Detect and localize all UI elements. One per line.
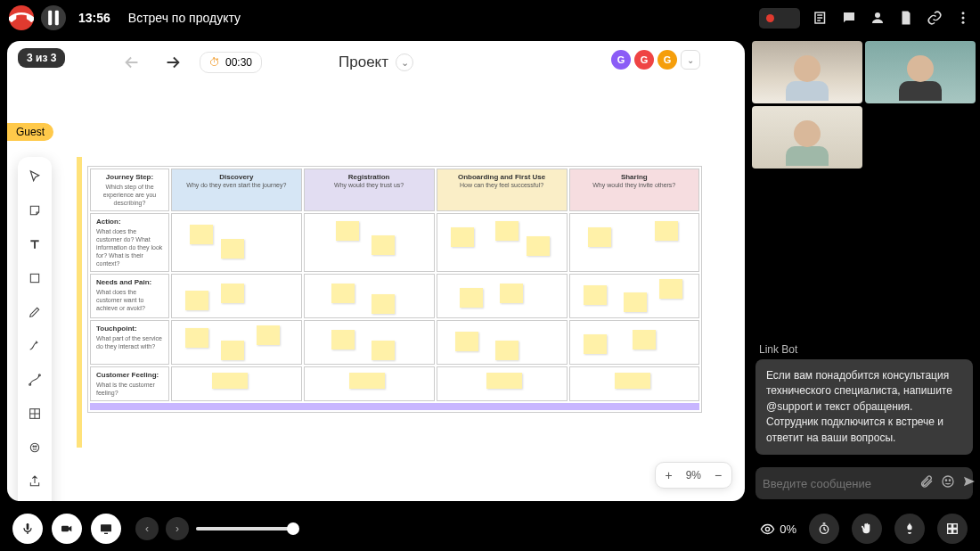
guest-tag: Guest bbox=[7, 123, 53, 141]
zoom-control: + 9% − bbox=[655, 462, 732, 489]
svg-point-10 bbox=[30, 443, 38, 451]
chat-composer bbox=[755, 467, 973, 499]
link-icon[interactable] bbox=[927, 10, 943, 26]
video-tile[interactable] bbox=[752, 41, 862, 103]
svg-point-12 bbox=[36, 446, 37, 447]
zoom-slider[interactable] bbox=[196, 527, 294, 530]
svg-point-7 bbox=[29, 383, 31, 385]
svg-rect-22 bbox=[948, 524, 952, 529]
timer-chip[interactable]: ⏱ 00:30 bbox=[200, 52, 262, 73]
zoom-out-button[interactable]: − bbox=[705, 463, 731, 488]
journey-map: Journey Step:Which step of the experienc… bbox=[87, 166, 702, 413]
svg-point-13 bbox=[943, 476, 953, 487]
svg-point-11 bbox=[33, 446, 34, 447]
svg-rect-6 bbox=[30, 274, 38, 282]
emoji-icon[interactable] bbox=[941, 474, 955, 492]
svg-point-8 bbox=[38, 374, 40, 376]
grid-tool[interactable] bbox=[22, 401, 47, 426]
slider-prev-button[interactable]: ‹ bbox=[135, 517, 159, 540]
pen-tool[interactable] bbox=[22, 300, 47, 325]
svg-rect-19 bbox=[104, 533, 108, 534]
opacity-control[interactable]: 0% bbox=[760, 522, 796, 537]
person-icon[interactable] bbox=[870, 10, 886, 26]
svg-point-5 bbox=[962, 21, 965, 24]
participant-avatars[interactable]: G G G ⌄ bbox=[611, 50, 700, 70]
prev-frame-button[interactable] bbox=[118, 48, 146, 77]
video-grid bbox=[748, 36, 980, 174]
video-tile[interactable] bbox=[865, 41, 976, 103]
svg-rect-24 bbox=[948, 530, 952, 534]
next-frame-button[interactable] bbox=[159, 48, 187, 77]
mic-button[interactable] bbox=[12, 514, 43, 544]
svg-rect-0 bbox=[48, 11, 52, 25]
frame-tool[interactable] bbox=[22, 367, 47, 392]
project-label: Проект bbox=[339, 53, 388, 71]
sticky-tool[interactable] bbox=[22, 198, 47, 223]
zoom-value: 9% bbox=[682, 469, 705, 481]
chat-icon[interactable] bbox=[841, 10, 857, 26]
timer-button[interactable] bbox=[809, 514, 839, 544]
svg-rect-1 bbox=[55, 11, 59, 25]
send-icon[interactable] bbox=[962, 474, 976, 492]
avatar-more-button[interactable]: ⌄ bbox=[681, 50, 700, 70]
pause-button[interactable] bbox=[41, 5, 66, 30]
hangup-button[interactable] bbox=[9, 5, 34, 30]
shape-tool[interactable] bbox=[22, 266, 47, 291]
avatar: G bbox=[611, 50, 631, 70]
svg-point-2 bbox=[875, 12, 880, 18]
attach-icon[interactable] bbox=[919, 474, 934, 492]
step-pill: 3 из 3 bbox=[18, 48, 65, 68]
yellow-stripe bbox=[77, 157, 82, 448]
document-icon[interactable] bbox=[898, 10, 914, 26]
raise-hand-button[interactable] bbox=[852, 514, 882, 544]
call-time: 13:56 bbox=[78, 11, 110, 25]
reactions-button[interactable] bbox=[894, 514, 925, 544]
cursor-tool[interactable] bbox=[22, 164, 47, 189]
share-tool[interactable] bbox=[22, 469, 47, 494]
svg-rect-25 bbox=[953, 530, 958, 534]
stopwatch-icon: ⏱ bbox=[209, 56, 220, 69]
zoom-in-button[interactable]: + bbox=[656, 463, 682, 488]
whiteboard[interactable]: 3 из 3 ⏱ 00:30 Проект ⌄ bbox=[7, 41, 745, 501]
record-dot-icon bbox=[766, 14, 774, 22]
camera-button[interactable] bbox=[52, 514, 82, 544]
opacity-value: 0% bbox=[780, 522, 796, 536]
chevron-down-icon: ⌄ bbox=[396, 53, 413, 71]
timer-value: 00:30 bbox=[225, 56, 252, 69]
sound-wave-icon bbox=[780, 12, 793, 25]
bot-name: Link Bot bbox=[759, 343, 973, 356]
meeting-title: Встреч по продукту bbox=[128, 11, 241, 25]
svg-point-20 bbox=[766, 527, 770, 530]
text-tool[interactable] bbox=[22, 232, 47, 257]
connector-tool[interactable] bbox=[22, 333, 47, 358]
svg-point-15 bbox=[949, 480, 950, 481]
record-indicator[interactable] bbox=[759, 8, 800, 29]
svg-rect-23 bbox=[953, 524, 958, 529]
apps-button[interactable] bbox=[937, 514, 968, 544]
svg-point-3 bbox=[962, 12, 965, 14]
svg-point-14 bbox=[945, 480, 946, 481]
svg-rect-18 bbox=[101, 524, 111, 531]
svg-rect-16 bbox=[27, 523, 29, 530]
more-icon[interactable] bbox=[955, 10, 971, 26]
video-tile[interactable] bbox=[752, 106, 862, 169]
chat-panel: Link Bot Если вам понадобится консультац… bbox=[748, 174, 980, 460]
svg-point-4 bbox=[962, 17, 965, 20]
notes-icon[interactable] bbox=[813, 10, 829, 26]
stamp-tool[interactable] bbox=[22, 435, 47, 460]
project-selector[interactable]: Проект ⌄ bbox=[339, 53, 413, 71]
avatar: G bbox=[634, 50, 654, 70]
slider-next-button[interactable]: › bbox=[166, 517, 189, 540]
canvas[interactable]: Journey Step:Which step of the experienc… bbox=[69, 157, 718, 448]
chat-input[interactable] bbox=[763, 477, 912, 490]
svg-rect-17 bbox=[61, 526, 69, 532]
screenshare-button[interactable] bbox=[91, 514, 121, 544]
chat-message: Если вам понадобится консультация технич… bbox=[755, 359, 973, 455]
toolbox bbox=[18, 157, 52, 501]
avatar: G bbox=[657, 50, 677, 70]
